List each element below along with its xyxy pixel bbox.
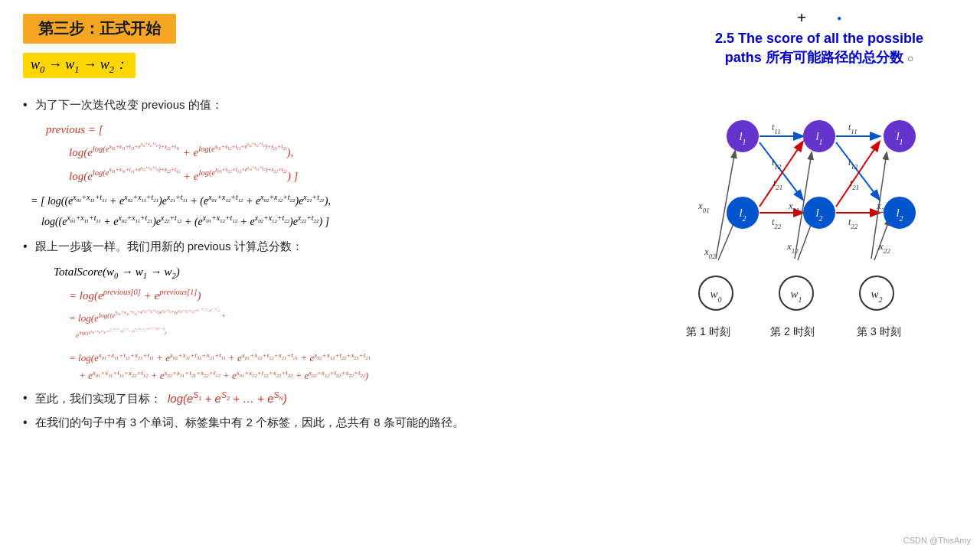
path-label: w0 → w1 → w2：	[23, 53, 136, 78]
svg-text:第 2 时刻: 第 2 时刻	[770, 325, 815, 337]
bullet-item-4: • 在我们的句子中有 3 个单词、标签集中有 2 个标签，因此，总共有 8 条可…	[23, 414, 643, 432]
bullet-dot-4: •	[23, 416, 28, 429]
plus-icon: +	[797, 8, 807, 28]
bullet-dot-3: •	[23, 391, 28, 405]
svg-point-34	[727, 197, 758, 228]
bullet-text-4: 在我们的句子中有 3 个单词、标签集中有 2 个标签，因此，总共有 8 条可能的…	[35, 414, 464, 432]
svg-point-28	[727, 121, 758, 152]
right-panel-title: 2.5 The score of all the possible paths …	[715, 29, 923, 67]
bullet-dot-1: •	[23, 98, 28, 112]
svg-text:t12: t12	[772, 157, 782, 171]
bullet-item-1: • 为了下一次迭代改变 previous 的值：	[23, 96, 643, 114]
bullet-text-2: 跟上一步骇一样。我们用新的 previous 计算总分数：	[35, 238, 303, 256]
bullet-item-3: • 至此，我们实现了目标： log(eS1 + eS2 + … + eSN)	[23, 390, 643, 408]
svg-text:t22: t22	[848, 217, 858, 230]
svg-text:x01: x01	[697, 200, 710, 214]
svg-text:t11: t11	[772, 122, 781, 135]
svg-text:x02: x02	[704, 246, 716, 260]
bullet-item-2: • 跟上一步骇一样。我们用新的 previous 计算总分数：	[23, 238, 643, 256]
watermark: CSDN @ThisAmy	[903, 536, 971, 545]
svg-text:t22: t22	[772, 217, 782, 230]
blue-dot: ●	[837, 14, 841, 22]
bullet-text-1: 为了下一次迭代改变 previous 的值：	[35, 96, 223, 114]
graph-svg: x01 x02 x11 x12 x21 x22 t11 t12 t21 t22	[674, 75, 965, 373]
bullet-dot-2: •	[23, 240, 28, 253]
right-panel: + ● 2.5 The score of all the possible pa…	[666, 0, 980, 551]
step-header: 第三步：正式开始	[23, 14, 176, 44]
svg-text:第 1 时刻: 第 1 时刻	[686, 325, 730, 337]
svg-point-36	[804, 197, 835, 228]
svg-text:第 3 时刻: 第 3 时刻	[857, 325, 901, 337]
bullet-text-3: 至此，我们实现了目标： log(eS1 + eS2 + … + eSN)	[35, 390, 287, 408]
previous-equation: previous = [ log(elog(ex01+x11+t11+ex02+…	[46, 119, 643, 187]
main-container: 第三步：正式开始 w0 → w1 → w2： • 为了下一次迭代改变 previ…	[0, 0, 980, 551]
svg-point-30	[804, 121, 835, 152]
left-panel: 第三步：正式开始 w0 → w1 → w2： • 为了下一次迭代改变 previ…	[0, 0, 666, 551]
svg-text:x22: x22	[878, 240, 890, 255]
svg-point-38	[884, 197, 915, 228]
svg-text:t11: t11	[848, 122, 858, 135]
svg-point-32	[884, 121, 915, 152]
svg-text:t12: t12	[848, 157, 858, 171]
